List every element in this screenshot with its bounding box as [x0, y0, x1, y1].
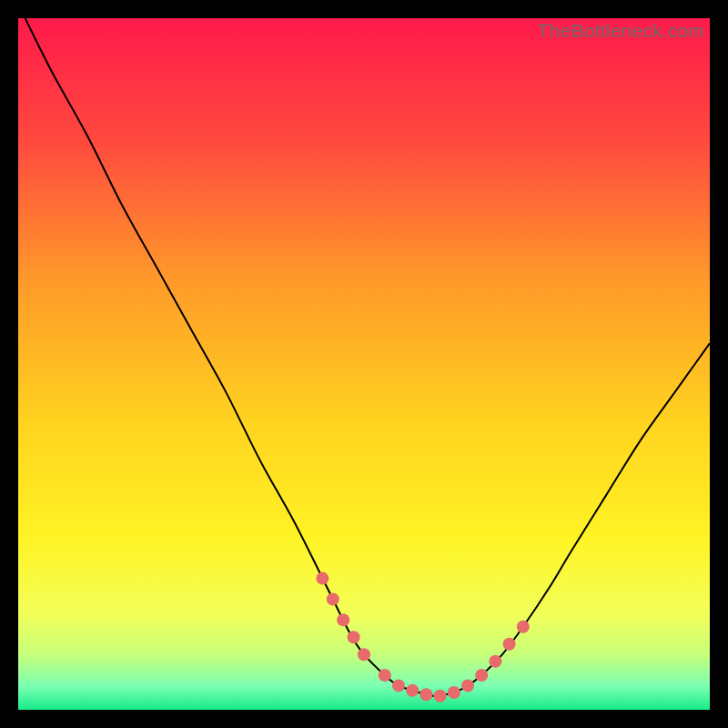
watermark-text: TheBottleneck.com: [538, 20, 704, 42]
chart-frame: TheBottleneck.com: [18, 18, 710, 710]
highlight-point: [358, 648, 370, 661]
highlight-point: [461, 679, 474, 692]
chart-svg: [18, 18, 710, 710]
highlight-point: [327, 592, 339, 605]
highlight-point: [348, 631, 360, 643]
highlight-point: [406, 684, 419, 697]
highlight-point: [475, 669, 488, 682]
highlight-point: [392, 679, 405, 692]
highlight-point: [434, 690, 447, 703]
highlight-point: [448, 686, 460, 699]
highlight-point: [316, 572, 329, 585]
highlight-point: [420, 688, 432, 701]
highlight-point: [503, 638, 516, 651]
highlight-point: [337, 613, 349, 626]
highlight-point: [489, 655, 501, 668]
highlight-point: [517, 621, 530, 633]
highlight-point: [379, 669, 391, 682]
gradient-background: [18, 18, 710, 710]
